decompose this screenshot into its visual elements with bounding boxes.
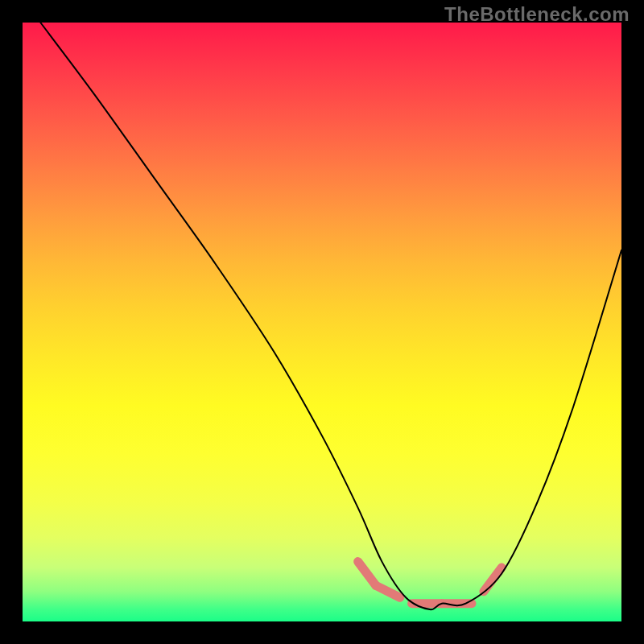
bottleneck-curve	[40, 23, 621, 609]
curve-layer	[23, 23, 621, 621]
highlight-band	[358, 562, 502, 604]
chart-frame: TheBottleneck.com	[0, 0, 644, 644]
highlight-segment	[376, 585, 400, 597]
plot-area	[23, 23, 621, 621]
highlight-segment	[358, 562, 376, 586]
highlight-segment	[484, 568, 502, 592]
